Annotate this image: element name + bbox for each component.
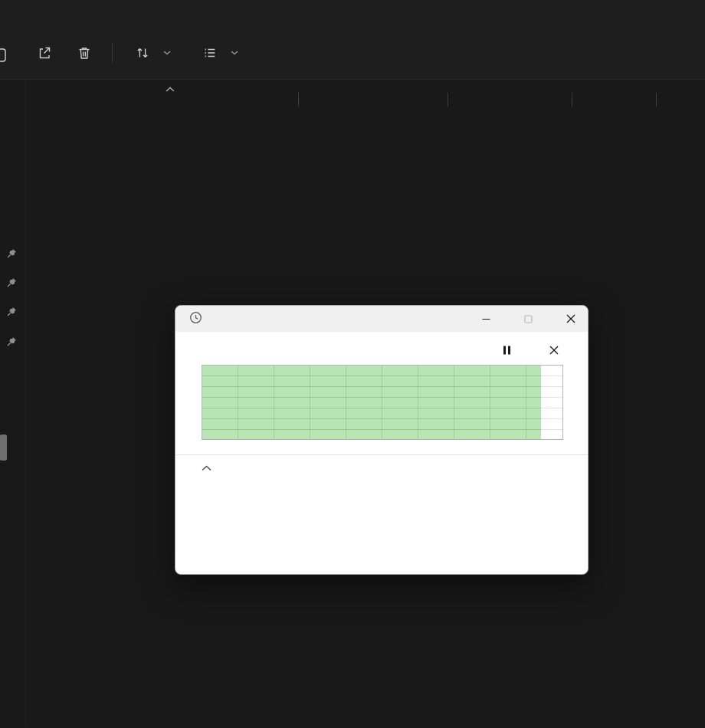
column-headers bbox=[26, 86, 705, 113]
file-explorer-window bbox=[0, 0, 705, 728]
chevron-up-icon bbox=[202, 465, 212, 471]
chevron-down-icon bbox=[231, 51, 238, 55]
pause-button[interactable] bbox=[500, 343, 514, 358]
speed-graph bbox=[202, 365, 563, 440]
breadcrumb-bar bbox=[0, 0, 705, 26]
nav-selection-fragment bbox=[0, 435, 7, 461]
dialog-maximize-button bbox=[511, 306, 546, 332]
toolbar-separator bbox=[112, 43, 113, 63]
copy-progress-dialog bbox=[175, 305, 589, 575]
pin-icon bbox=[5, 336, 18, 351]
chevron-down-icon bbox=[163, 51, 171, 55]
breadcrumb-folder[interactable] bbox=[37, 11, 43, 15]
more-options-button[interactable] bbox=[264, 44, 280, 61]
close-icon bbox=[566, 314, 575, 323]
column-header-spacer bbox=[656, 86, 705, 113]
dialog-close-button[interactable] bbox=[553, 306, 588, 332]
pause-icon bbox=[503, 346, 511, 355]
fewer-details-toggle[interactable] bbox=[202, 465, 562, 471]
sort-icon bbox=[136, 46, 149, 60]
breadcrumb-drive[interactable] bbox=[9, 11, 15, 15]
speed-graph-curve bbox=[202, 366, 562, 439]
column-header-date-modified[interactable] bbox=[298, 86, 448, 113]
progress-icon bbox=[189, 311, 202, 327]
column-header-size[interactable] bbox=[572, 86, 656, 113]
maximize-icon bbox=[524, 315, 533, 323]
pin-icon bbox=[5, 277, 18, 292]
cancel-icon bbox=[549, 346, 559, 355]
minimize-icon bbox=[482, 315, 490, 323]
dialog-body bbox=[175, 343, 588, 471]
pin-icon bbox=[5, 248, 18, 263]
share-button[interactable] bbox=[29, 38, 60, 67]
dialog-minimize-button[interactable] bbox=[469, 306, 503, 332]
dialog-title-bar bbox=[175, 306, 588, 332]
column-header-name[interactable] bbox=[26, 86, 298, 113]
clipped-toolbar-icon[interactable] bbox=[0, 47, 8, 67]
dialog-separator bbox=[175, 454, 588, 455]
share-icon bbox=[37, 45, 52, 61]
pin-icon bbox=[5, 306, 18, 321]
sort-button[interactable] bbox=[128, 39, 179, 67]
column-header-type[interactable] bbox=[448, 86, 572, 113]
view-icon bbox=[203, 46, 217, 60]
sort-ascending-icon bbox=[166, 87, 175, 92]
navigation-pane-edge bbox=[0, 80, 26, 727]
toolbar bbox=[0, 26, 705, 80]
delete-button[interactable] bbox=[69, 38, 100, 67]
cancel-button[interactable] bbox=[546, 343, 562, 358]
view-button[interactable] bbox=[195, 39, 246, 67]
trash-icon bbox=[77, 45, 92, 61]
